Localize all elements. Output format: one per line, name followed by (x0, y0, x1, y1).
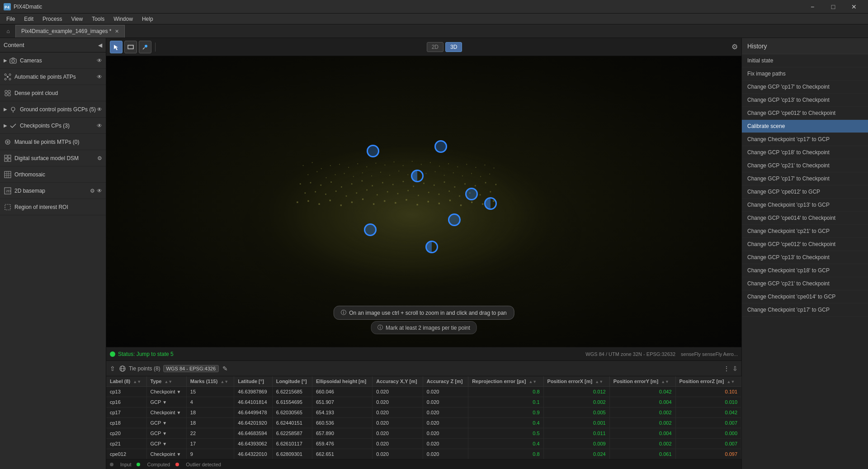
table-row[interactable]: cp16 GCP ▼ 4 46.64101814 6.61554695 651.… (106, 397, 741, 407)
cell-type[interactable]: GCP ▼ (146, 418, 186, 428)
sidebar-item-cameras[interactable]: ▶ Cameras 👁 (0, 52, 106, 69)
basemap-gear-icon[interactable]: ⚙ (90, 188, 95, 194)
history-item-17[interactable]: Change GCP 'cp21' to Checkpoint (742, 277, 868, 290)
history-item-16[interactable]: Change Checkpoint 'cp18' to GCP (742, 264, 868, 277)
gcp-marker-8[interactable] (425, 241, 438, 253)
home-button[interactable]: ⌂ (2, 25, 14, 38)
viewport-settings-button[interactable]: ⚙ (731, 43, 738, 51)
history-item-11[interactable]: Change Checkpoint 'cp13' to GCP (742, 199, 868, 212)
gcp-marker-7[interactable] (364, 223, 377, 236)
table-row[interactable]: cp18 GCP ▼ 18 46.64201920 6.62440151 660… (106, 418, 741, 428)
history-item-19[interactable]: Change Checkpoint 'cp17' to GCP (742, 303, 868, 317)
cell-type[interactable]: GCP ▼ (146, 428, 186, 439)
table-download-button[interactable]: ⇩ (732, 365, 738, 372)
table-more-button[interactable]: ⋮ (723, 365, 730, 372)
col-posz[interactable]: Position errorZ [m] ▲▼ (675, 376, 741, 387)
col-label[interactable]: Label (8) ▲▼ (106, 376, 146, 387)
maximize-button[interactable]: □ (823, 0, 844, 14)
point-tool-button[interactable] (139, 41, 151, 53)
history-item-5[interactable]: Calibrate scene (742, 120, 868, 133)
cell-type[interactable]: Checkpoint ▼ (146, 449, 186, 460)
menu-tools[interactable]: Tools (87, 15, 109, 23)
gcp-marker-1[interactable] (367, 145, 379, 157)
col-posx[interactable]: Position errorX [m] ▲▼ (543, 376, 609, 387)
cell-type[interactable]: GCP ▼ (146, 439, 186, 449)
gcp-marker-5[interactable] (484, 197, 497, 210)
menu-help[interactable]: Help (137, 15, 158, 23)
menu-window[interactable]: Window (109, 15, 137, 23)
minimize-button[interactable]: − (802, 0, 823, 14)
sidebar-item-mtp[interactable]: Manual tie points MTPs (0) (0, 134, 106, 150)
table-body: cp13 Checkpoint ▼ 15 46.63987869 6.62215… (106, 387, 741, 460)
history-item-14[interactable]: Change GCP 'cpe012' to Checkpoint (742, 238, 868, 251)
sidebar-collapse-button[interactable]: ◀ (98, 42, 102, 48)
col-type[interactable]: Type ▲▼ (146, 376, 186, 387)
cp-eye-icon[interactable]: 👁 (97, 123, 102, 129)
sidebar-item-basemap[interactable]: 2D 2D basemap ⚙ 👁 (0, 183, 106, 199)
main-tab[interactable]: Pix4Dmatic_example_1469_images * ✕ (15, 25, 125, 38)
history-item-8[interactable]: Change GCP 'cp21' to Checkpoint (742, 159, 868, 172)
sidebar-item-dense[interactable]: Dense point cloud (0, 85, 106, 101)
col-marks[interactable]: Marks (115) ▲▼ (186, 376, 234, 387)
dsm-gear-icon[interactable]: ⚙ (97, 155, 102, 161)
sidebar-item-atp[interactable]: Automatic tie points ATPs 👁 (0, 69, 106, 85)
gcp-marker-6[interactable] (448, 213, 461, 226)
col-reproj[interactable]: Reprojection error [px] ▲▼ (468, 376, 543, 387)
3d-mode-button[interactable]: 3D (445, 42, 462, 52)
cameras-eye-icon[interactable]: 👁 (97, 57, 102, 64)
edit-crs-button[interactable]: ✎ (222, 365, 228, 372)
table-row[interactable]: cpe012 Checkpoint ▼ 9 46.64322010 6.6280… (106, 449, 741, 460)
table-row[interactable]: cp20 GCP ▼ 22 46.64683594 6.62258587 657… (106, 428, 741, 439)
select-tool-button[interactable] (110, 41, 123, 53)
history-item-6[interactable]: Change Checkpoint 'cp17' to GCP (742, 133, 868, 146)
cell-type[interactable]: Checkpoint ▼ (146, 387, 186, 397)
atp-eye-icon[interactable]: 👁 (97, 74, 102, 80)
menu-view[interactable]: View (66, 15, 87, 23)
history-item-4[interactable]: Change GCP 'cpe012' to Checkpoint (742, 107, 868, 120)
cell-type[interactable]: GCP ▼ (146, 397, 186, 407)
table-row[interactable]: cp13 Checkpoint ▼ 15 46.63987869 6.62215… (106, 387, 741, 397)
history-item-3[interactable]: Change GCP 'cp13' to Checkpoint (742, 94, 868, 107)
col-acc-z[interactable]: Accuracy Z [m] (423, 376, 468, 387)
sidebar-item-roi[interactable]: Region of interest ROI (0, 199, 106, 215)
col-height[interactable]: Ellipsoidal height [m] (312, 376, 373, 387)
history-item-1[interactable]: Fix image paths (742, 67, 868, 81)
gcp-label: Ground control points GCPs (5) (20, 106, 97, 113)
menu-file[interactable]: File (2, 15, 19, 23)
history-item-0[interactable]: Initial state (742, 54, 868, 67)
col-posy[interactable]: Position errorY [m] ▲▼ (609, 376, 675, 387)
table-row[interactable]: cp17 Checkpoint ▼ 18 46.64499478 6.62030… (106, 407, 741, 418)
history-item-15[interactable]: Change GCP 'cp13' to Checkpoint (742, 251, 868, 264)
history-item-2[interactable]: Change GCP 'cp17' to Checkpoint (742, 81, 868, 94)
history-item-18[interactable]: Change Checkpoint 'cpe014' to GCP (742, 290, 868, 303)
sidebar-item-ortho[interactable]: Orthomosaic (0, 166, 106, 183)
sidebar-item-gcp[interactable]: ▶ Ground control points GCPs (5) 👁 (0, 101, 106, 118)
col-lat[interactable]: Latitude [°] (234, 376, 272, 387)
menu-edit[interactable]: Edit (19, 15, 38, 23)
table-upload-button[interactable]: ⇧ (110, 365, 115, 372)
table-scroll[interactable]: Label (8) ▲▼ Type ▲▼ Marks (115) ▲▼ Lati… (106, 376, 741, 459)
history-item-9[interactable]: Change GCP 'cp17' to Checkpoint (742, 172, 868, 185)
tab-close-button[interactable]: ✕ (115, 28, 119, 34)
gcp-eye-icon[interactable]: 👁 (97, 106, 102, 113)
gcp-marker-3[interactable] (411, 170, 424, 182)
gcp-marker-2[interactable] (434, 140, 447, 153)
2d-mode-button[interactable]: 2D (427, 42, 443, 52)
history-list[interactable]: Initial stateFix image pathsChange GCP '… (742, 54, 868, 469)
table-row[interactable]: cp21 GCP ▼ 17 46.64393062 6.62610117 659… (106, 439, 741, 449)
menu-process[interactable]: Process (38, 15, 66, 23)
basemap-eye-icon[interactable]: 👁 (97, 188, 102, 194)
cell-type[interactable]: Checkpoint ▼ (146, 407, 186, 418)
close-button[interactable]: ✕ (844, 0, 864, 14)
col-acc-xy[interactable]: Accuracy X,Y [m] (373, 376, 423, 387)
history-item-7[interactable]: Change GCP 'cp18' to Checkpoint (742, 146, 868, 159)
viewport-canvas[interactable]: ⓘ On an image use ctrl + scroll to zoom … (106, 56, 741, 347)
sidebar-item-dsm[interactable]: Digital surface model DSM ⚙ (0, 150, 106, 166)
col-lon[interactable]: Longitude [°] (272, 376, 312, 387)
gcp-marker-4[interactable] (465, 188, 478, 200)
history-item-10[interactable]: Change GCP 'cpe012' to GCP (742, 185, 868, 199)
rectangle-tool-button[interactable] (124, 41, 137, 53)
sidebar-item-cp[interactable]: ▶ Checkpoints CPs (3) 👁 (0, 118, 106, 134)
history-item-13[interactable]: Change Checkpoint 'cp21' to GCP (742, 225, 868, 238)
history-item-12[interactable]: Change GCP 'cpe014' to Checkpoint (742, 212, 868, 225)
